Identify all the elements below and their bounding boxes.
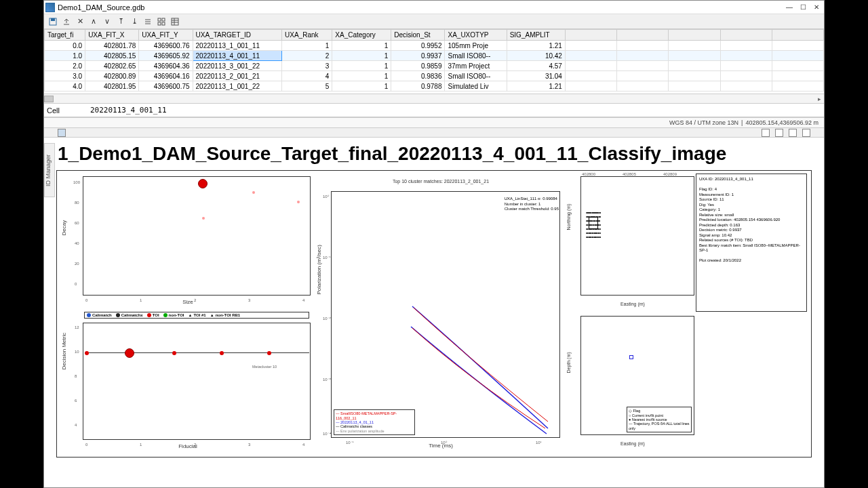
polar-ylabel: Polarization (m³/sec) <box>316 245 322 294</box>
tool-sq-3[interactable] <box>775 129 783 137</box>
col-header[interactable]: SIG_AMPLIT <box>507 30 565 41</box>
status-bar: WGS 84 / UTM zone 13N | 402805.154,43695… <box>44 117 824 128</box>
polar-legend: — SmallISO80-METALMAPPER-SP-116_002_11 —… <box>334 409 415 435</box>
svg-rect-1 <box>51 18 55 21</box>
decay-xlabel: Size <box>182 299 193 305</box>
col-header[interactable]: XA_Category <box>332 30 391 41</box>
decision-point <box>267 351 271 355</box>
chart-title: 1_Demo1_DAM_Source_Target_final_20220113… <box>44 138 824 167</box>
close-button[interactable]: ✕ <box>810 3 823 12</box>
polar-curves <box>331 191 560 438</box>
decay-point-main <box>198 179 208 188</box>
maximize-button[interactable]: ☐ <box>797 3 809 12</box>
export-icon[interactable] <box>60 16 73 28</box>
minimize-button[interactable]: — <box>783 3 795 12</box>
tool-sq-1[interactable] <box>58 129 66 137</box>
svg-rect-6 <box>172 18 178 25</box>
scroll-right-icon[interactable]: ▸ <box>814 94 824 104</box>
table-row[interactable]: 0.0402801.784369600.7620220113_1_001_111… <box>45 41 824 51</box>
top-icon[interactable]: ⤒ <box>115 16 127 28</box>
bottom-icon[interactable]: ⤓ <box>128 16 140 28</box>
tool-sq-5[interactable] <box>802 129 810 137</box>
tool-sq-4[interactable] <box>789 129 797 137</box>
svg-rect-4 <box>158 22 161 25</box>
cell-value: 20220113_4_001_11 <box>85 106 167 115</box>
decision-legend: Calimatch Calimatchx TOI non-TOI ▲TOI #1… <box>84 312 309 319</box>
depth-xlabel: Easting (m) <box>620 441 645 446</box>
down-icon[interactable]: ∨ <box>101 16 113 28</box>
table-row[interactable]: 1.0402805.154369605.9220220113_4_001_112… <box>45 51 824 61</box>
depth-ylabel: Depth (m) <box>566 352 571 373</box>
toolbar: ✕ ∧ ∨ ⤒ ⤓ <box>44 14 824 29</box>
decay-plot: Decay Size 100 80 60 40 20 0 0 1 2 3 4 <box>62 174 313 305</box>
info-panel: UXA ID: 20220113_4_001_11 Flag ID: 4 Mea… <box>696 174 807 312</box>
map-plot: Northing (m) Easting (m) ᵒᵒᵒᵒᵒᵒᵒ ᵒᵒᵒᵒᵒ ᵒ… <box>568 174 697 309</box>
depth-plot: Depth (m) Easting (m) ◇ Flag ○ Current i… <box>568 313 697 449</box>
crs-label: WGS 84 / UTM zone 13N <box>669 119 738 126</box>
decision-point <box>172 351 176 355</box>
main-window: Demo1_DAM_Source.gdb — ☐ ✕ ✕ ∧ ∨ ⤒ ⤓ Tar… <box>43 0 825 488</box>
map-selection-box <box>589 217 598 229</box>
decision-point <box>220 351 224 355</box>
app-icon <box>45 3 55 12</box>
chart-panel: Decay Size 100 80 60 40 20 0 0 1 2 3 4 C… <box>56 170 812 458</box>
col-header[interactable]: Target_fi <box>45 30 85 41</box>
pin-icon[interactable]: ✕ <box>74 16 86 28</box>
decision-annot: Metacluster 10 <box>252 365 277 369</box>
depth-point <box>629 355 633 359</box>
decision-point <box>85 351 89 355</box>
decay-point <box>252 191 255 194</box>
col-header[interactable]: UXA_FIT_X <box>85 30 139 41</box>
decay-point <box>202 217 205 220</box>
save-icon[interactable] <box>47 16 59 28</box>
grid-icon[interactable] <box>155 16 167 28</box>
map-scatter: ᵒᵒᵒᵒᵒᵒᵒ ᵒᵒᵒᵒᵒ ᵒᵒᵒᵒᵒ ᵒᵒᵒᵒᵒᵒᵒ ᵒᵒᵒ ᵒᵒᵒᵒ ᵒᵒᵒ… <box>586 211 690 286</box>
polarization-plot: Top 10 cluster matches: 20220113_2_001_2… <box>319 174 563 450</box>
map-xlabel: Easting (m) <box>620 302 645 306</box>
flag-legend: ◇ Flag ○ Current inv/fit point ● Nearest… <box>627 407 692 432</box>
list-icon[interactable] <box>142 16 154 28</box>
data-table[interactable]: Target_fiUXA_FIT_XUXA_FIT_YUXA_TARGET_ID… <box>44 29 824 94</box>
table-row[interactable]: 2.0402802.654369604.3620220113_3_001_223… <box>45 61 824 71</box>
secondary-toolbar <box>44 128 824 138</box>
coords-label: 402805.154,4369506.92 m <box>745 119 818 126</box>
decay-ylabel: Decay <box>61 220 67 236</box>
svg-rect-5 <box>162 22 165 25</box>
decision-plot: Calimatch Calimatchx TOI non-TOI ▲TOI #1… <box>62 310 313 449</box>
tool-sq-2[interactable] <box>762 129 770 137</box>
h-scrollbar[interactable]: ▸ <box>44 94 824 104</box>
table-row[interactable]: 3.0402800.894369604.1620220113_2_001_214… <box>45 71 824 81</box>
titlebar: Demo1_DAM_Source.gdb — ☐ ✕ <box>44 1 824 14</box>
up-icon[interactable]: ∧ <box>87 16 100 28</box>
sidebar-tab[interactable]: ID Manager <box>44 143 55 197</box>
table-icon[interactable] <box>169 16 181 28</box>
window-title: Demo1_DAM_Source.gdb <box>58 3 783 12</box>
col-header[interactable]: XA_UXOTYP <box>445 30 507 41</box>
decision-point-sel <box>125 348 134 358</box>
svg-rect-3 <box>162 18 165 21</box>
col-header[interactable]: Decision_St <box>391 30 445 41</box>
col-header[interactable]: UXA_TARGET_ID <box>193 30 282 41</box>
scroll-thumb[interactable] <box>44 96 54 102</box>
table-row[interactable]: 4.0402801.954369600.7520220113_1_001_225… <box>45 81 824 92</box>
cell-label: Cell <box>44 106 85 115</box>
col-header[interactable]: UXA_FIT_Y <box>139 30 193 41</box>
col-header[interactable]: UXA_Rank <box>282 30 332 41</box>
map-ylabel: Northing (m) <box>566 204 571 230</box>
svg-rect-2 <box>158 18 161 21</box>
cell-display: Cell 20220113_4_001_11 <box>44 104 824 117</box>
polar-title: Top 10 cluster matches: 20220113_2_001_2… <box>393 179 489 184</box>
decision-ylabel: Decision Metric <box>61 332 67 369</box>
decay-point <box>297 201 300 203</box>
